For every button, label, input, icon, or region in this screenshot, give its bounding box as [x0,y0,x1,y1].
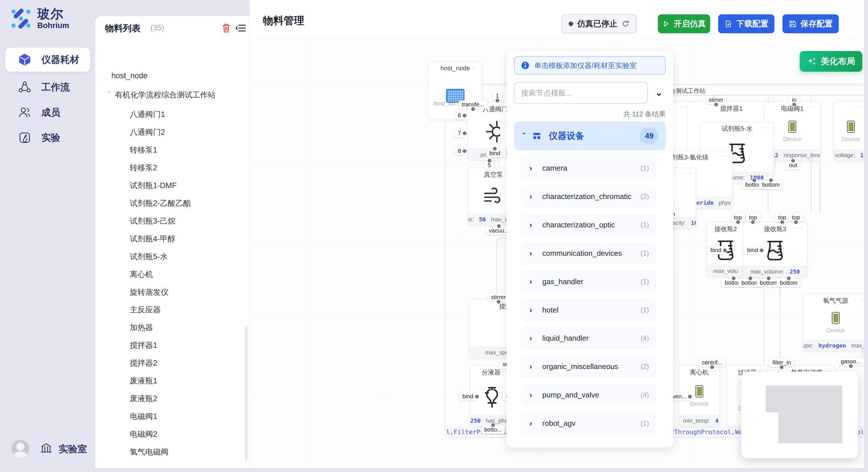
port-stirrer[interactable]: stirrer [706,96,726,104]
node-card[interactable]: ···Devicevoltage:12 [834,102,868,161]
port-1[interactable]: 1 [493,92,502,100]
tree-item[interactable]: 试剂瓶5-水 [130,250,167,263]
node-footnote: host_no... [433,100,460,107]
chevron-down-icon[interactable]: ⌄ [655,87,663,98]
port-transfe[interactable]: transfe... [459,100,487,109]
trash-icon[interactable] [220,22,232,34]
category-item-communication_devices[interactable]: ›communication_devices(1) [521,242,656,265]
tree-item[interactable]: 试剂瓶3-己烷 [130,215,175,227]
download-config-button[interactable]: 下载配置 [718,14,774,33]
port-bind[interactable]: bind [707,246,724,255]
tree-item-label: 电磁阀1 [130,411,157,422]
category-label: pump_and_valve [542,391,599,400]
port-bottom[interactable]: bottom [777,279,801,287]
category-item-robot_agv[interactable]: ›robot_agv(1) [521,412,656,435]
port-5[interactable]: 5 [485,161,494,169]
category-group-count-badge: 49 [640,128,659,144]
beautify-layout-button[interactable]: 美化布局 [800,51,862,72]
sidebar-item-experiments[interactable]: 实验 [5,126,90,150]
category-item-characterization_optic[interactable]: ›characterization_optic(1) [521,213,656,236]
port-top[interactable]: top [789,213,803,222]
port-out[interactable]: out [786,161,800,169]
page-horizontal-scrollbar[interactable] [0,468,868,472]
port-dot-icon [710,365,714,370]
category-item-hotel[interactable]: ›hotel(1) [521,299,656,322]
search-template-input[interactable] [514,82,648,104]
sidebar-item-workflow[interactable]: 工作流 [5,75,90,99]
tree-item[interactable]: 废液瓶1 [130,374,157,387]
tree-scrollbar[interactable] [245,326,248,461]
sidebar-item-instruments[interactable]: 仪器耗材 [5,47,90,72]
port-bind[interactable]: bind [486,149,503,158]
tree-item[interactable]: 转移泵2 [130,162,157,174]
node-menu-icon[interactable]: ··· [794,223,803,232]
port-6[interactable]: 6 [455,111,464,120]
tree-item[interactable]: 试剂瓶1-DMF [130,179,177,192]
port-bind[interactable]: bind [744,246,761,255]
tree-item-label: 搅拌器2 [130,358,157,368]
category-group-instruments[interactable]: ˇ 仪器设备 49 [514,122,665,150]
tree-item[interactable]: 旋转蒸发仪 [130,286,168,299]
tree-item[interactable]: 试剂瓶4-甲醇 [130,233,175,245]
node-menu-icon[interactable]: ··· [760,123,770,132]
tree-item[interactable]: 八通阀门2 [130,126,165,138]
port-top[interactable]: top [746,213,760,222]
logo-subtitle: Bohrium [37,22,69,30]
node-menu-icon[interactable]: ··· [854,295,864,304]
tree-item[interactable]: 氢气电磁阀 [130,446,168,458]
category-item-gas_handler[interactable]: ›gas_handler(1) [521,270,656,293]
category-item-pump_and_valve[interactable]: ›pump_and_valve(4) [521,383,656,406]
tree-item[interactable]: 搅拌器1 [130,339,157,351]
tree-item-label: 搅拌器1 [130,340,157,350]
tree-item[interactable]: 试剂瓶2-乙酸乙酯 [130,197,191,210]
avatar[interactable] [11,440,29,458]
port-8[interactable]: 8 [455,147,464,155]
tree-item[interactable]: 主反应器 [130,303,161,316]
refresh-icon[interactable] [621,20,629,28]
port-dot-icon [687,394,692,399]
node-menu-icon[interactable]: ··· [468,63,478,72]
node-menu-icon[interactable]: ··· [731,223,741,232]
page-vertical-scrollbar[interactable] [864,0,868,472]
port-top[interactable]: top [731,213,745,222]
port-centrif[interactable]: centrif... [699,359,725,367]
tree-item[interactable]: host_node [112,69,148,82]
node-氢气气源[interactable]: 氢气气源···Device_type:hydrogenmax_pre [803,294,868,351]
chevron-down-icon[interactable]: ˇ [108,90,110,98]
sidebar-item-members[interactable]: 成员 [5,100,90,125]
tree-item[interactable]: ˇ有机化学流程综合测试工作站 [108,89,216,101]
start-simulation-button[interactable]: 开启仿真 [658,14,710,33]
tree-item[interactable]: 离心机 [130,268,153,281]
tree-item[interactable]: 八通阀门1 [130,108,165,121]
device-label: Device [690,400,708,407]
node-menu-icon[interactable]: ··· [854,103,864,111]
sidebar-footer-label[interactable]: 实验室 [59,443,87,456]
tree-item[interactable]: 废液瓶2 [130,392,157,405]
port-in[interactable]: in [789,96,800,104]
category-item-organic_miscellaneous[interactable]: ›organic_miscellaneous(2) [521,355,656,378]
port-top[interactable]: top [775,213,789,222]
node-menu-icon[interactable]: ··· [682,169,692,177]
tree-item-label: 加热器 [130,322,153,333]
save-config-button[interactable]: 保存配置 [782,14,839,33]
port-bind[interactable]: bind [459,392,476,401]
collapse-list-icon[interactable] [236,22,247,34]
node-menu-icon[interactable]: ··· [807,103,817,111]
port-bottom[interactable]: bottom [759,181,783,189]
tree-item[interactable]: 加热器 [130,321,153,334]
tree-item[interactable]: 搅拌器2 [130,357,157,369]
port-botto[interactable]: botto... [481,426,505,434]
port-7[interactable]: 7 [455,129,464,137]
tree-item[interactable]: 转移泵1 [130,144,157,156]
minimap-panel[interactable] [741,372,858,458]
node-menu-icon[interactable]: ··· [719,151,729,160]
port-stirrer[interactable]: stirrer [488,293,509,301]
port-filter_in[interactable]: filter_in [769,359,794,367]
port-dot-icon [780,220,784,225]
category-item-camera[interactable]: ›camera(1) [521,157,656,179]
tree-item[interactable]: 电磁阀1 [130,410,157,423]
category-item-characterization_chromatic[interactable]: ›characterization_chromatic(2) [521,185,656,208]
category-item-liquid_handler[interactable]: ›liquid_handler(4) [521,327,656,349]
port-gasso[interactable]: gasso... [838,357,864,366]
tree-item[interactable]: 电磁阀2 [130,428,157,440]
